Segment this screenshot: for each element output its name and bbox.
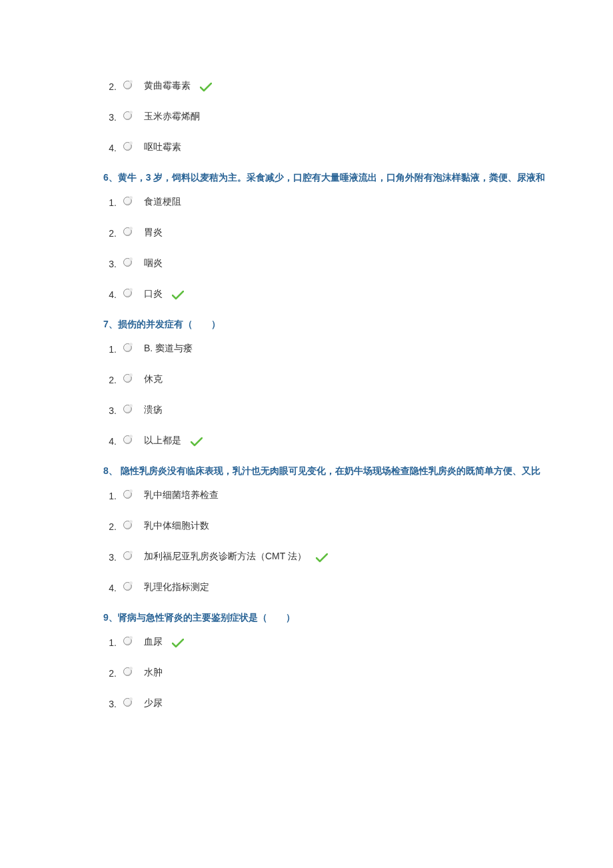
option-text: 水肿 (139, 667, 163, 679)
option-row: 1. 血尿 (103, 636, 613, 648)
checkmark-icon (316, 553, 328, 563)
question-title: 8、 隐性乳房炎没有临床表现，乳汁也无肉眼可见变化，在奶牛场现场检查隐性乳房炎的… (103, 465, 613, 477)
option-row: 4. 口炎 (103, 288, 613, 300)
option-text: 加利福尼亚乳房炎诊断方法（CMT 法） (139, 551, 306, 563)
option-number: 4. (103, 583, 117, 593)
option-number: 2. (103, 375, 117, 385)
option-row: 2. 乳中体细胞计数 (103, 520, 613, 532)
radio-button[interactable] (123, 551, 132, 560)
question-8: 8、 隐性乳房炎没有临床表现，乳汁也无肉眼可见变化，在奶牛场现场检查隐性乳房炎的… (103, 465, 613, 593)
option-row: 4. 呕吐霉素 (103, 141, 613, 153)
checkmark-icon (200, 83, 212, 92)
option-text: 乳中体细胞计数 (139, 520, 209, 532)
option-row: 2. 黄曲霉毒素 (103, 80, 613, 92)
checkmark-icon (191, 437, 203, 447)
radio-button[interactable] (123, 289, 132, 297)
radio-button[interactable] (123, 111, 132, 120)
radio-button[interactable] (123, 582, 132, 591)
option-number: 1. (103, 197, 117, 208)
radio-button[interactable] (123, 521, 132, 529)
option-text: 口炎 (139, 288, 163, 300)
option-number: 2. (103, 521, 117, 532)
option-number: 3. (103, 552, 117, 563)
option-row: 2. 休克 (103, 373, 613, 385)
radio-button[interactable] (123, 405, 132, 413)
radio-button[interactable] (123, 197, 132, 205)
option-number: 3. (103, 405, 117, 416)
option-text: 玉米赤霉烯酮 (139, 111, 200, 123)
radio-button[interactable] (123, 435, 132, 444)
option-row: 3. 玉米赤霉烯酮 (103, 111, 613, 123)
option-text: 乳中细菌培养检查 (139, 489, 219, 501)
option-number: 2. (103, 668, 117, 679)
radio-button[interactable] (123, 374, 132, 383)
option-text: 胃炎 (139, 227, 163, 239)
radio-button[interactable] (123, 142, 132, 151)
option-text: 休克 (139, 373, 163, 385)
option-row: 1. 食道梗阻 (103, 196, 613, 208)
question-5-partial: 2. 黄曲霉毒素 3. 玉米赤霉烯酮 4. 呕吐霉素 (103, 80, 613, 153)
option-number: 4. (103, 289, 117, 300)
option-row: 3. 咽炎 (103, 257, 613, 269)
option-number: 2. (103, 228, 117, 239)
radio-button[interactable] (123, 81, 132, 89)
option-row: 4. 以上都是 (103, 435, 613, 447)
radio-button[interactable] (123, 490, 132, 499)
radio-button[interactable] (123, 698, 132, 707)
question-6: 6、黄牛，3 岁，饲料以麦秸为主。采食减少，口腔有大量唾液流出，口角外附有泡沫样… (103, 172, 613, 300)
option-number: 1. (103, 637, 117, 648)
checkmark-icon (172, 291, 184, 300)
option-row: 3. 少尿 (103, 697, 613, 709)
question-title: 6、黄牛，3 岁，饲料以麦秸为主。采食减少，口腔有大量唾液流出，口角外附有泡沫样… (103, 172, 613, 184)
option-row: 2. 水肿 (103, 667, 613, 679)
option-row: 4. 乳理化指标测定 (103, 581, 613, 593)
option-text: 食道梗阻 (139, 196, 181, 208)
question-9: 9、肾病与急性肾炎的主要鉴别症状是（ ） 1. 血尿 2. 水肿 3. 少尿 (103, 612, 613, 709)
radio-button[interactable] (123, 258, 132, 267)
radio-button[interactable] (123, 637, 132, 645)
option-number: 3. (103, 699, 117, 709)
option-number: 4. (103, 436, 117, 447)
option-number: 3. (103, 259, 117, 269)
question-7: 7、损伤的并发症有（ ） 1. B. 窦道与瘘 2. 休克 3. 溃疡 4. 以… (103, 319, 613, 447)
question-title: 7、损伤的并发症有（ ） (103, 319, 613, 331)
radio-button[interactable] (123, 667, 132, 676)
option-row: 1. B. 窦道与瘘 (103, 343, 613, 355)
option-text: B. 窦道与瘘 (139, 343, 193, 355)
radio-button[interactable] (123, 343, 132, 352)
option-row: 2. 胃炎 (103, 227, 613, 239)
option-row: 3. 加利福尼亚乳房炎诊断方法（CMT 法） (103, 551, 613, 563)
option-number: 2. (103, 81, 117, 92)
option-number: 1. (103, 344, 117, 355)
option-text: 呕吐霉素 (139, 141, 181, 153)
option-text: 咽炎 (139, 257, 163, 269)
radio-button[interactable] (123, 227, 132, 236)
option-text: 少尿 (139, 697, 163, 709)
question-title: 9、肾病与急性肾炎的主要鉴别症状是（ ） (103, 612, 613, 624)
option-number: 4. (103, 143, 117, 153)
option-number: 3. (103, 112, 117, 123)
checkmark-icon (172, 639, 184, 648)
option-text: 溃疡 (139, 404, 163, 416)
option-text: 黄曲霉毒素 (139, 80, 191, 92)
option-number: 1. (103, 491, 117, 501)
option-text: 血尿 (139, 636, 163, 648)
option-text: 乳理化指标测定 (139, 581, 209, 593)
option-row: 3. 溃疡 (103, 404, 613, 416)
option-row: 1. 乳中细菌培养检查 (103, 489, 613, 501)
option-text: 以上都是 (139, 435, 181, 447)
